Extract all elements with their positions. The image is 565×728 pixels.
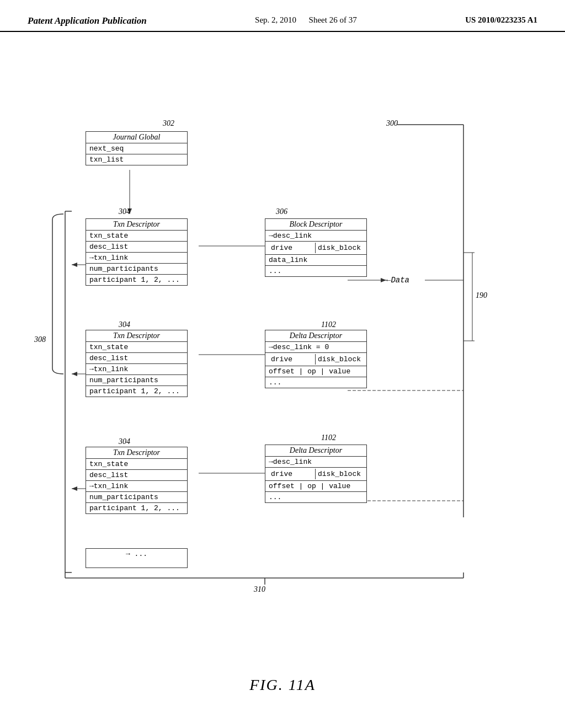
txn-desc-3-title: Txn Descriptor (86, 447, 187, 459)
date-sheet: Sep. 2, 2010 Sheet 26 of 37 (255, 15, 357, 25)
label-1102b: 1102 (321, 433, 336, 442)
txn-desc-3-num-part: num_participants (86, 492, 187, 503)
delta-desc-2-link: →desc_link (265, 457, 366, 468)
block-desc-drive-cell: drive (269, 243, 315, 253)
txn-desc-2-title: Txn Descriptor (86, 330, 187, 342)
txn-desc-1-title: Txn Descriptor (86, 219, 187, 231)
delta-desc-1-link: →desc_link = 0 (265, 342, 366, 353)
txn-desc-1-state: txn_state (86, 231, 187, 242)
delta-desc-1-drive-cell: drive (269, 354, 315, 365)
publication-title: Patent Application Publication (28, 15, 147, 26)
date: Sep. 2, 2010 (255, 15, 296, 24)
block-desc-drive: drive disk_block (265, 242, 366, 255)
delta-desc-1-offset: offset | op | value (265, 366, 366, 377)
delta-desc-2-drive-cell: drive (269, 469, 315, 479)
label-304a: 304 (119, 207, 130, 216)
svg-marker-9 (381, 278, 386, 282)
delta-desc-2-title: Delta Descriptor (265, 445, 366, 457)
txn-desc-2-num-part: num_participants (86, 375, 187, 386)
data-label: ←Data (386, 276, 409, 285)
delta-desc-2-drive: drive disk_block (265, 468, 366, 481)
label-302: 302 (163, 119, 174, 128)
txn-desc-3-desc-list: desc_list (86, 470, 187, 481)
page-header: Patent Application Publication Sep. 2, 2… (0, 0, 565, 32)
txn-descriptor-3: Txn Descriptor txn_state desc_list →txn_… (86, 447, 188, 514)
txn-desc-3-txn-link: →txn_link (86, 481, 187, 492)
patent-number: US 2010/0223235 A1 (465, 15, 537, 25)
txn-desc-2-state: txn_state (86, 342, 187, 353)
delta-desc-1-dots: ... (265, 377, 366, 388)
label-306: 306 (276, 207, 287, 216)
svg-marker-17 (72, 372, 77, 376)
label-300: 300 (386, 119, 398, 128)
diagram-area: 302 300 Journal Global next_seq txn_list… (0, 43, 565, 705)
delta-desc-1-title: Delta Descriptor (265, 330, 366, 342)
label-310: 310 (254, 585, 265, 594)
figure-caption: FIG. 11A (0, 676, 565, 694)
block-desc-title: Block Descriptor (265, 219, 366, 231)
label-1102a: 1102 (321, 320, 336, 329)
delta-desc-1-drive: drive disk_block (265, 353, 366, 366)
jg-row-txn-list: txn_list (86, 154, 187, 165)
label-304c: 304 (119, 437, 130, 446)
delta-desc-1-diskblock-cell: disk_block (315, 354, 363, 365)
delta-desc-2-dots: ... (265, 492, 366, 502)
txn-desc-1-txn-link: →txn_link (86, 253, 187, 264)
txn-descriptor-1: Txn Descriptor txn_state desc_list →txn_… (86, 218, 188, 286)
jg-row-next-seq: next_seq (86, 143, 187, 154)
svg-marker-22 (72, 486, 77, 491)
label-308: 308 (34, 335, 46, 344)
delta-desc-2-offset: offset | op | value (265, 481, 366, 492)
txn-desc-1-part: participant 1, 2, ... (86, 275, 187, 285)
label-190: 190 (476, 291, 487, 300)
txn-desc-3-part: participant 1, 2, ... (86, 503, 187, 513)
txn-desc-1-num-part: num_participants (86, 264, 187, 275)
txn-desc-2-desc-list: desc_list (86, 353, 187, 364)
sheet: Sheet 26 of 37 (309, 15, 357, 24)
figure-label: FIG. 11A (249, 676, 316, 693)
txn-desc-2-part: participant 1, 2, ... (86, 386, 187, 397)
txn-desc-1-desc-list: desc_list (86, 242, 187, 253)
svg-marker-5 (72, 263, 77, 267)
txn-descriptor-2: Txn Descriptor txn_state desc_list →txn_… (86, 330, 188, 397)
delta-descriptor-2: Delta Descriptor →desc_link drive disk_b… (265, 445, 367, 503)
block-desc-link: →desc_link (265, 231, 366, 242)
txn-desc-3-state: txn_state (86, 459, 187, 470)
delta-descriptor-1: Delta Descriptor →desc_link = 0 drive di… (265, 330, 367, 388)
block-descriptor-box: Block Descriptor →desc_link drive disk_b… (265, 218, 367, 277)
delta-desc-2-diskblock-cell: disk_block (315, 469, 363, 479)
continuation-box: → ... (86, 548, 188, 568)
block-desc-data-link: data_link (265, 255, 366, 266)
continuation-dots: → ... (86, 549, 187, 559)
txn-desc-2-txn-link: →txn_link (86, 364, 187, 375)
block-desc-dots: ... (265, 266, 366, 276)
journal-global-title: Journal Global (86, 132, 187, 143)
block-desc-diskblock-cell: disk_block (315, 243, 363, 253)
journal-global-box: Journal Global next_seq txn_list (86, 131, 188, 165)
label-304b: 304 (119, 320, 130, 329)
